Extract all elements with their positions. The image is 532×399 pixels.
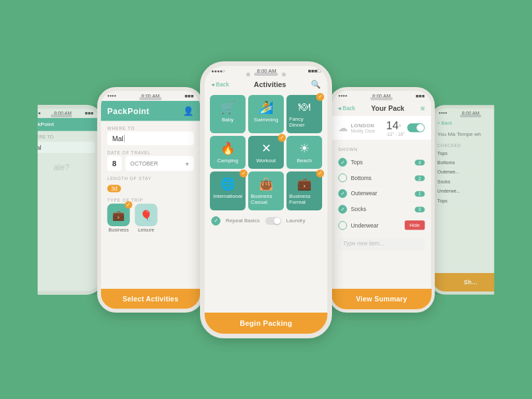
fr-item-bottoms: Bottoms xyxy=(438,158,504,167)
camera-center xyxy=(246,73,250,77)
begin-packing-btn[interactable]: Begin Packing xyxy=(205,313,327,334)
select-activities-btn[interactable]: Select Activities xyxy=(101,288,200,308)
back-label-center: Back xyxy=(216,81,229,88)
fancy-dinner-icon: 🍽 xyxy=(298,100,310,114)
where-to-input[interactable]: Mal xyxy=(107,131,193,145)
month-box[interactable]: OCTOBER ▾ xyxy=(125,156,194,171)
workout-label: Workout xyxy=(256,158,276,164)
socks-check[interactable]: ✓ xyxy=(338,204,347,213)
shown-label: SHOWN xyxy=(338,147,357,152)
underwear-check[interactable] xyxy=(338,220,347,229)
nav-bar-center: ◂ Back Activities 🔍 xyxy=(205,77,327,92)
activity-business-formal[interactable]: 💼 Business Formal xyxy=(286,171,322,210)
activity-camping[interactable]: 🔥 Camping xyxy=(210,136,246,169)
signal-right: ●●●● xyxy=(338,94,347,98)
chevron-down-icon: ▾ xyxy=(185,160,189,166)
bottoms-check[interactable] xyxy=(338,173,347,182)
options-row: ✓ Repeat Basics Laundry xyxy=(205,213,327,229)
weather-range: -12° - 16° xyxy=(386,132,405,137)
fr-item-outerwear: Outerwe... xyxy=(438,167,504,176)
your-pack-title: Your Pack xyxy=(371,104,404,111)
far-right-text: You Ma Tempe wh xyxy=(432,128,508,140)
stay-label: LENGTH OF STAY xyxy=(107,175,193,180)
pack-list: ✓ Tops 4 Bottoms 2 ✓ xyxy=(332,154,431,233)
phone-far-right: ●●●● 8:00 AM ■■■ < Back You Ma Tempe wh … xyxy=(429,105,512,295)
baby-label: Baby xyxy=(222,117,234,123)
far-left-field: Mal xyxy=(28,141,95,152)
activity-fancy-dinner[interactable]: 🍽 Fancy Dinner xyxy=(286,95,322,133)
far-left-title: PackPoint xyxy=(28,121,54,127)
pack-item-underwear: Underwear Hide xyxy=(338,217,424,233)
screen-right: ◂ Back Your Pack ≡ ☁ LONDON Mostly Clear… xyxy=(332,100,431,308)
view-summary-btn[interactable]: View Summary xyxy=(332,288,431,308)
activity-beach[interactable]: ☀ Beach xyxy=(286,136,322,169)
tops-check[interactable]: ✓ xyxy=(338,158,347,166)
activity-business-casual[interactable]: 👜 Business Casual xyxy=(248,171,284,210)
international-label: International xyxy=(213,193,242,199)
fr-item-underwear: Underwe... xyxy=(438,186,504,195)
trip-type-business[interactable]: 💼 Business xyxy=(107,203,129,233)
weather-desc: Mostly Clear xyxy=(350,129,375,133)
far-left-header: PackPoint xyxy=(23,117,99,131)
stay-badge: 3d xyxy=(107,185,121,192)
activity-workout[interactable]: ✕ Workout xyxy=(248,136,284,169)
battery-right: ■■■ xyxy=(416,93,425,99)
speaker-right xyxy=(370,97,393,100)
screen-far-right: < Back You Ma Tempe wh CHECKED Tops Bott… xyxy=(432,117,508,291)
camera-center2 xyxy=(282,73,286,77)
profile-icon[interactable]: 👤 xyxy=(183,106,193,115)
where-to-label: WHERE TO xyxy=(107,125,193,130)
business-casual-icon: 👜 xyxy=(259,177,273,191)
fr-item-tops: Tops xyxy=(438,148,504,158)
laundry-toggle[interactable] xyxy=(265,217,281,225)
cloud-icon: ☁ xyxy=(338,121,348,133)
new-item-row: Type new item... xyxy=(332,233,431,253)
battery-far-right: ■■■ xyxy=(494,110,503,115)
phone-far-left: ●●●● 8:00 AM ■■■ PackPoint WHERE TO Mal … xyxy=(20,105,103,295)
pack-item-tops: ✓ Tops 4 xyxy=(338,154,424,170)
search-icon-center[interactable]: 🔍 xyxy=(311,80,321,89)
new-item-input[interactable]: Type new item... xyxy=(338,237,424,250)
activity-baby[interactable]: 🛒 Baby xyxy=(210,95,246,133)
activity-swimming[interactable]: 🏄 Swimming xyxy=(248,95,284,133)
nav-bar-far-right: < Back xyxy=(432,117,508,127)
business-formal-label: Business Formal xyxy=(289,193,319,205)
activities-title: Activities xyxy=(254,80,286,88)
speaker xyxy=(51,114,72,117)
app-title: PackPoint xyxy=(107,106,149,115)
back-btn-center[interactable]: ◂ Back xyxy=(211,81,229,88)
hide-btn[interactable]: Hide xyxy=(405,220,425,230)
pack-item-bottoms: Bottoms 2 xyxy=(338,170,424,186)
tops-count: 4 xyxy=(415,159,424,165)
activity-international[interactable]: 🌐 International xyxy=(210,171,246,210)
business-formal-icon: 💼 xyxy=(297,177,312,191)
tops-name: Tops xyxy=(350,159,362,166)
repeat-basics-label: Repeat Basics xyxy=(226,218,260,224)
pack-item-outerwear: ✓ Outerwear 1 xyxy=(338,186,424,202)
outerwear-count: 1 xyxy=(415,191,424,197)
weather-info: ☁ LONDON Mostly Clear xyxy=(338,121,375,133)
camping-label: Camping xyxy=(217,158,238,164)
far-right-btn[interactable]: Sh... xyxy=(432,272,508,291)
battery-left: ■■■ xyxy=(185,93,194,99)
speaker-center xyxy=(254,73,278,76)
repeat-basics-check[interactable]: ✓ xyxy=(211,216,220,226)
socks-name: Socks xyxy=(350,206,366,212)
trip-type-label: TYPE OF TRIP xyxy=(107,198,193,202)
speaker-far-right xyxy=(460,114,481,117)
date-box[interactable]: 8 xyxy=(107,156,121,171)
weather-city: LONDON xyxy=(350,122,375,128)
outerwear-check[interactable]: ✓ xyxy=(338,189,347,197)
trip-type-leisure[interactable]: 🎈 Leisure xyxy=(135,203,157,233)
weather-bar: ☁ LONDON Mostly Clear 14° -12° - 16° xyxy=(332,115,431,139)
back-btn-right[interactable]: ◂ Back xyxy=(338,105,355,111)
date-num: 8 xyxy=(112,159,116,168)
fr-item-socks: Socks xyxy=(438,177,504,186)
swimming-icon: 🏄 xyxy=(259,100,273,115)
menu-icon-right[interactable]: ≡ xyxy=(420,104,425,112)
beach-label: Beach xyxy=(297,158,312,164)
units-toggle[interactable] xyxy=(407,123,425,132)
nav-bar-right: ◂ Back Your Pack ≡ xyxy=(332,100,431,115)
bottoms-name: Bottoms xyxy=(350,175,371,181)
back-btn-far-right[interactable]: < Back xyxy=(438,120,452,125)
